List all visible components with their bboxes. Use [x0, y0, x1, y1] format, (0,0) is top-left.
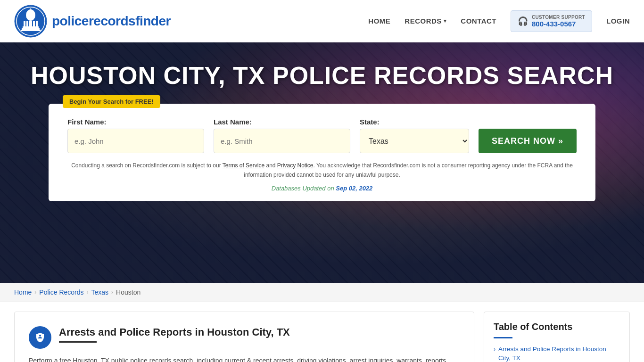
breadcrumb-state[interactable]: Texas [91, 288, 109, 296]
nav-contact[interactable]: CONTACT [461, 17, 496, 25]
content-right: Table of Contents ›Arrests and Police Re… [484, 312, 630, 362]
first-name-input[interactable] [67, 129, 204, 153]
toc-chevron-icon: › [494, 346, 495, 353]
article-title: Arrests and Police Reports in Houston Ci… [59, 326, 290, 338]
logo-link[interactable]: policerecordsfinder [14, 5, 171, 38]
first-name-field-group: First Name: [67, 118, 204, 153]
breadcrumb-bar: Home › Police Records › Texas › Houston [0, 283, 644, 302]
state-field-group: State: AlabamaAlaskaArizonaArkansasCalif… [360, 118, 469, 153]
hero-content: HOUSTON CITY, TX POLICE RECORDS SEARCH B… [0, 42, 644, 201]
terms-link[interactable]: Terms of Service [223, 162, 264, 169]
support-label: CUSTOMER SUPPORT [532, 15, 585, 20]
breadcrumb-sep-3: › [111, 289, 113, 296]
breadcrumb: Home › Police Records › Texas › Houston [14, 288, 630, 296]
article-header: Arrests and Police Reports in Houston Ci… [29, 326, 460, 349]
records-chevron-icon: ▾ [444, 18, 447, 24]
nav-login[interactable]: LOGIN [606, 17, 630, 25]
header: policerecordsfinder HOME RECORDS ▾ CONTA… [0, 0, 644, 42]
search-row: First Name: Last Name: State: AlabamaAla… [67, 118, 577, 153]
svg-rect-12 [21, 30, 41, 31]
updated-text: Databases Updated on Sep 02, 2022 [67, 185, 577, 192]
article-title-underline [59, 341, 97, 343]
headset-icon: 🎧 [518, 16, 528, 26]
svg-rect-7 [25, 21, 26, 26]
nav-records[interactable]: RECORDS ▾ [405, 17, 446, 25]
svg-rect-9 [32, 21, 33, 26]
last-name-label: Last Name: [214, 118, 350, 126]
last-name-field-group: Last Name: [214, 118, 350, 153]
svg-rect-11 [22, 28, 40, 30]
first-name-label: First Name: [67, 118, 204, 126]
toc-divider [494, 337, 512, 338]
toc-title: Table of Contents [494, 321, 620, 332]
breadcrumb-sep-2: › [87, 289, 89, 296]
state-label: State: [360, 118, 469, 126]
breadcrumb-sep-1: › [34, 289, 36, 296]
svg-rect-4 [31, 8, 31, 10]
svg-rect-8 [28, 21, 29, 26]
breadcrumb-home[interactable]: Home [14, 288, 32, 296]
logo-icon [14, 5, 47, 38]
article-body: Perform a free Houston, TX public police… [29, 355, 460, 362]
free-badge: Begin Your Search for FREE! [63, 95, 160, 108]
privacy-link[interactable]: Privacy Notice [277, 162, 314, 169]
search-card: Begin Your Search for FREE! First Name: … [49, 104, 595, 201]
article-title-area: Arrests and Police Reports in Houston Ci… [59, 326, 290, 343]
content-left: Arrests and Police Reports in Houston Ci… [14, 312, 474, 362]
last-name-input[interactable] [214, 129, 350, 153]
disclaimer-text: Conducting a search on Recordsfinder.com… [67, 161, 577, 180]
toc-link[interactable]: Arrests and Police Reports in Houston Ci… [498, 345, 620, 362]
nav-home[interactable]: HOME [368, 17, 390, 25]
hero-section: HOUSTON CITY, TX POLICE RECORDS SEARCH B… [0, 42, 644, 283]
toc-item: ›Arrests and Police Reports in Houston C… [494, 345, 620, 362]
support-button[interactable]: 🎧 CUSTOMER SUPPORT 800-433-0567 [511, 10, 592, 32]
support-info: CUSTOMER SUPPORT 800-433-0567 [532, 15, 585, 28]
badge-icon [34, 332, 46, 343]
support-number: 800-433-0567 [532, 20, 585, 28]
breadcrumb-police-records[interactable]: Police Records [39, 288, 83, 296]
logo-text: policerecordsfinder [52, 14, 171, 29]
main-content: Arrests and Police Reports in Houston Ci… [0, 302, 644, 362]
toc-list: ›Arrests and Police Reports in Houston C… [494, 345, 620, 362]
hero-title: HOUSTON CITY, TX POLICE RECORDS SEARCH [31, 61, 613, 90]
article-icon [29, 326, 51, 349]
svg-rect-10 [35, 21, 36, 26]
state-select[interactable]: AlabamaAlaskaArizonaArkansasCaliforniaCo… [360, 129, 469, 153]
main-nav: HOME RECORDS ▾ CONTACT 🎧 CUSTOMER SUPPOR… [368, 10, 630, 32]
svg-rect-6 [23, 26, 39, 28]
breadcrumb-current: Houston [116, 288, 140, 296]
search-button[interactable]: SEARCH NOW » [479, 129, 577, 153]
